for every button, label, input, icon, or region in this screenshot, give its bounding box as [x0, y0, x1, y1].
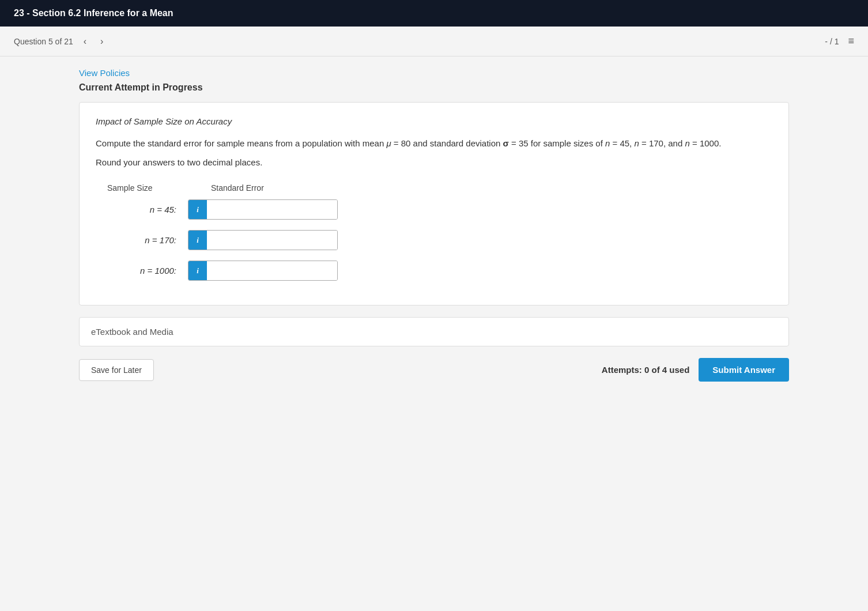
list-icon[interactable]: ≡: [848, 35, 854, 47]
info-button-n170[interactable]: i: [188, 231, 207, 250]
prev-question-button[interactable]: ‹: [80, 34, 90, 49]
header-title: 23 - Section 6.2 Inference for a Mean: [14, 8, 173, 18]
attempts-label: Attempts: 0 of 4 used: [602, 365, 690, 375]
main-content: View Policies Current Attempt in Progres…: [65, 56, 803, 405]
math-n2: n: [634, 138, 639, 148]
question-title: Impact of Sample Size on Accuracy: [96, 116, 772, 126]
input-group-n45: i: [188, 199, 338, 220]
math-n1: n: [605, 138, 610, 148]
answer-table: Sample Size Standard Error n = 45: i n =…: [107, 183, 772, 281]
current-attempt-label: Current Attempt in Progress: [79, 82, 789, 93]
nav-left: Question 5 of 21 ‹ ›: [14, 34, 107, 49]
row-label-n45: n = 45:: [107, 205, 188, 214]
etextbook-label: eTextbook and Media: [91, 327, 173, 337]
nav-bar: Question 5 of 21 ‹ › - / 1 ≡: [0, 27, 868, 56]
page-header: 23 - Section 6.2 Inference for a Mean: [0, 0, 868, 27]
score-display: - / 1: [825, 37, 839, 46]
answer-row-n170: n = 170: i: [107, 230, 772, 250]
round-note: Round your answers to two decimal places…: [96, 157, 772, 167]
footer-bar: Save for Later Attempts: 0 of 4 used Sub…: [79, 358, 789, 393]
etextbook-bar: eTextbook and Media: [79, 317, 789, 346]
math-mu: μ: [386, 138, 391, 148]
math-sigma: σ: [503, 138, 509, 148]
answer-input-n170[interactable]: [207, 231, 337, 250]
footer-right: Attempts: 0 of 4 used Submit Answer: [602, 358, 789, 382]
col-headers: Sample Size Standard Error: [107, 183, 772, 193]
input-group-n170: i: [188, 230, 338, 250]
answer-row-n45: n = 45: i: [107, 199, 772, 220]
nav-right: - / 1 ≡: [825, 35, 854, 47]
answer-input-n45[interactable]: [207, 200, 337, 219]
question-counter: Question 5 of 21: [14, 37, 73, 46]
math-n3: n: [685, 138, 689, 148]
question-card: Impact of Sample Size on Accuracy Comput…: [79, 102, 789, 306]
answer-input-n1000[interactable]: [207, 261, 337, 280]
col-stderr-header: Standard Error: [211, 183, 361, 193]
next-question-button[interactable]: ›: [97, 34, 107, 49]
save-later-button[interactable]: Save for Later: [79, 359, 154, 381]
question-body: Compute the standard error for sample me…: [96, 137, 772, 150]
input-group-n1000: i: [188, 261, 338, 281]
info-button-n45[interactable]: i: [188, 200, 207, 219]
info-button-n1000[interactable]: i: [188, 261, 207, 280]
col-sample-header: Sample Size: [107, 183, 199, 193]
submit-answer-button[interactable]: Submit Answer: [699, 358, 789, 382]
row-label-n170: n = 170:: [107, 235, 188, 245]
answer-row-n1000: n = 1000: i: [107, 261, 772, 281]
view-policies-link[interactable]: View Policies: [79, 68, 130, 78]
row-label-n1000: n = 1000:: [107, 266, 188, 276]
